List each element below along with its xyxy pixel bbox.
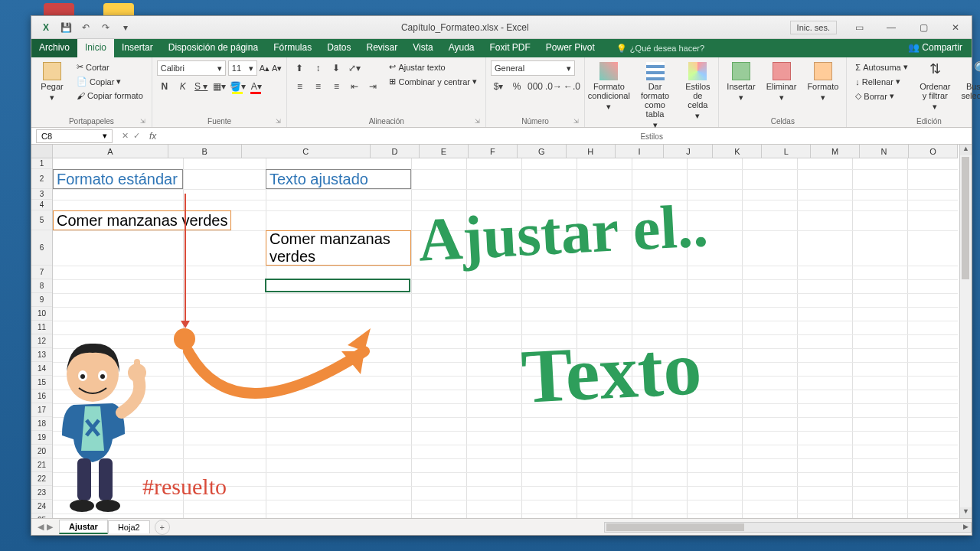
cell-A2[interactable]: Formato estándar xyxy=(53,169,183,189)
paste-button[interactable]: Pegar ▾ xyxy=(36,60,68,103)
row-header-15[interactable]: 15 xyxy=(31,376,52,390)
row-header-20[interactable]: 20 xyxy=(31,445,52,458)
row-header-1[interactable]: 1 xyxy=(31,158,52,169)
column-header-B[interactable]: B xyxy=(168,145,242,158)
tab-formulas[interactable]: Fórmulas xyxy=(266,39,319,57)
spreadsheet-grid[interactable]: ABCDEFGHIJKLMNO 123456789101112131415161… xyxy=(31,145,972,518)
row-header-16[interactable]: 16 xyxy=(31,390,52,403)
thousands-button[interactable]: 000 xyxy=(528,79,543,94)
row-header-2[interactable]: 2 xyxy=(31,169,52,189)
currency-button[interactable]: $▾ xyxy=(491,79,506,94)
conditional-format-button[interactable]: Formato condicional▾ xyxy=(590,60,629,112)
column-header-E[interactable]: E xyxy=(420,145,469,158)
percent-button[interactable]: % xyxy=(509,79,524,94)
column-header-I[interactable]: I xyxy=(616,145,665,158)
decrease-font-button[interactable]: A▾ xyxy=(272,64,282,73)
share-button[interactable]: 👥 Compartir xyxy=(899,39,972,57)
italic-button[interactable]: K xyxy=(175,79,191,94)
tab-foxit[interactable]: Foxit PDF xyxy=(482,39,537,57)
tab-inicio[interactable]: Inicio xyxy=(77,39,114,57)
row-header-14[interactable]: 14 xyxy=(31,362,52,376)
sheet-nav-prev[interactable]: ◀ xyxy=(38,522,44,532)
cell-C6[interactable]: Comer manzanas verdes xyxy=(266,230,411,266)
sheet-nav-next[interactable]: ▶ xyxy=(47,522,53,532)
increase-font-button[interactable]: A▴ xyxy=(260,64,270,73)
wrap-text-button[interactable]: ↩Ajustar texto xyxy=(385,60,481,73)
tab-ayuda[interactable]: Ayuda xyxy=(441,39,482,57)
column-header-F[interactable]: F xyxy=(469,145,518,158)
underline-button[interactable]: S ▾ xyxy=(194,79,209,94)
select-all-corner[interactable] xyxy=(31,145,53,158)
align-middle-button[interactable]: ↕ xyxy=(310,60,325,76)
font-color-button[interactable]: A▾ xyxy=(249,79,264,94)
autosum-button[interactable]: ΣAutosuma ▾ xyxy=(851,60,911,73)
row-header-17[interactable]: 17 xyxy=(31,403,52,417)
row-header-19[interactable]: 19 xyxy=(31,431,52,445)
align-top-button[interactable]: ⬆ xyxy=(292,60,307,76)
column-header-C[interactable]: C xyxy=(242,145,371,158)
align-bottom-button[interactable]: ⬇ xyxy=(328,60,344,76)
cut-button[interactable]: ✂Cortar xyxy=(73,60,147,73)
tab-disposicion[interactable]: Disposición de página xyxy=(161,39,266,57)
sheet-tab-hoja2[interactable]: Hoja2 xyxy=(108,520,150,533)
minimize-button[interactable]: — xyxy=(875,16,907,39)
borders-button[interactable]: ▦▾ xyxy=(212,79,227,94)
number-format-select[interactable]: General▾ xyxy=(491,60,575,76)
font-name-select[interactable]: Calibri▾ xyxy=(157,60,226,76)
scroll-up-icon[interactable]: ▲ xyxy=(960,145,972,155)
cell-A5[interactable]: Comer manzanas verdes xyxy=(53,210,231,230)
new-sheet-button[interactable]: + xyxy=(155,520,170,535)
undo-button[interactable]: ↶ xyxy=(79,21,93,34)
row-header-23[interactable]: 23 xyxy=(31,486,52,500)
decrease-indent-button[interactable]: ⇤ xyxy=(347,79,362,94)
number-launcher[interactable]: ⇲ xyxy=(572,118,580,126)
row-header-25[interactable]: 25 xyxy=(31,514,52,518)
fx-icon[interactable]: fx xyxy=(145,131,161,142)
copy-button[interactable]: 📄Copiar ▾ xyxy=(73,75,147,88)
row-header-7[interactable]: 7 xyxy=(31,266,52,279)
row-header-18[interactable]: 18 xyxy=(31,417,52,431)
row-headers[interactable]: 1234567891011121314151617181920212223242… xyxy=(31,158,53,518)
column-header-L[interactable]: L xyxy=(762,145,811,158)
row-header-5[interactable]: 5 xyxy=(31,210,52,230)
format-cells-button[interactable]: Formato▾ xyxy=(804,60,841,103)
merge-center-button[interactable]: ⊞Combinar y centrar ▾ xyxy=(385,75,481,88)
find-select-button[interactable]: 🔍Buscar y seleccionar▾ xyxy=(959,60,980,112)
tab-insertar[interactable]: Insertar xyxy=(114,39,161,57)
sign-in-button[interactable]: Inic. ses. xyxy=(790,21,837,34)
row-header-12[interactable]: 12 xyxy=(31,334,52,348)
sort-filter-button[interactable]: ⇅Ordenar y filtrar▾ xyxy=(916,60,954,112)
row-header-24[interactable]: 24 xyxy=(31,500,52,514)
decrease-decimal-button[interactable]: ←.0 xyxy=(564,79,580,94)
font-size-select[interactable]: 11▾ xyxy=(228,60,257,76)
format-painter-button[interactable]: 🖌Copiar formato xyxy=(73,90,147,102)
row-header-10[interactable]: 10 xyxy=(31,307,52,321)
vertical-scrollbar[interactable]: ▲ ▼ xyxy=(959,145,972,518)
ribbon-options-button[interactable]: ▭ xyxy=(843,16,875,39)
orientation-button[interactable]: ⤢▾ xyxy=(347,60,362,76)
column-header-H[interactable]: H xyxy=(567,145,616,158)
horizontal-scrollbar[interactable]: ◀ ▶ xyxy=(604,522,972,533)
tab-powerpivot[interactable]: Power Pivot xyxy=(538,39,603,57)
fill-color-button[interactable]: 🪣▾ xyxy=(230,79,246,94)
tell-me-search[interactable]: 💡 ¿Qué desea hacer? xyxy=(610,39,710,57)
align-center-button[interactable]: ≡ xyxy=(310,79,325,94)
maximize-button[interactable]: ▢ xyxy=(907,16,939,39)
column-headers[interactable]: ABCDEFGHIJKLMNO xyxy=(53,145,958,158)
hscroll-thumb[interactable] xyxy=(606,523,744,531)
sheet-tab-ajustar[interactable]: Ajustar xyxy=(59,520,108,534)
close-button[interactable]: ✕ xyxy=(939,16,972,39)
tab-vista[interactable]: Vista xyxy=(405,39,440,57)
column-header-N[interactable]: N xyxy=(860,145,909,158)
cell-C2[interactable]: Texto ajustado xyxy=(266,169,411,189)
redo-button[interactable]: ↷ xyxy=(99,21,113,34)
font-launcher[interactable]: ⇲ xyxy=(274,118,282,126)
format-as-table-button[interactable]: Dar formato como tabla▾ xyxy=(633,60,678,131)
row-header-22[interactable]: 22 xyxy=(31,472,52,486)
qat-dropdown[interactable]: ▾ xyxy=(119,21,132,34)
tab-datos[interactable]: Datos xyxy=(319,39,358,57)
cell-styles-button[interactable]: Estilos de celda▾ xyxy=(681,60,714,122)
increase-decimal-button[interactable]: .0→ xyxy=(546,79,561,94)
tab-archivo[interactable]: Archivo xyxy=(31,39,77,57)
row-header-11[interactable]: 11 xyxy=(31,321,52,334)
